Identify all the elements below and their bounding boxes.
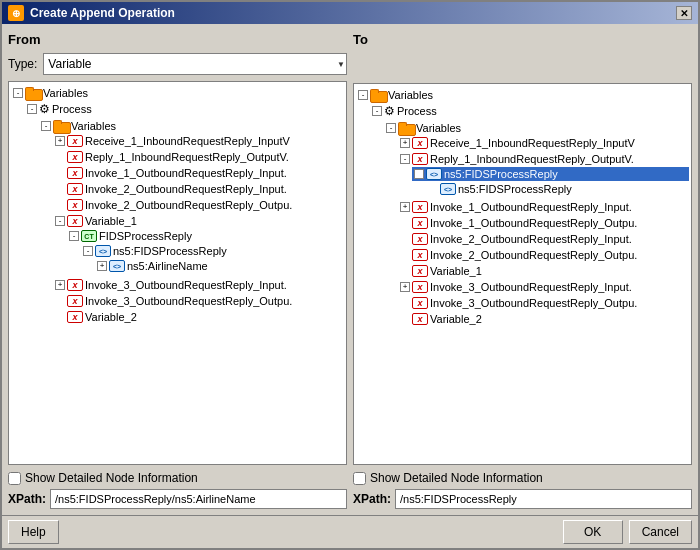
expand-btn[interactable]: - [27,104,37,114]
expand-btn[interactable]: + [55,280,65,290]
to-spacer [353,53,692,79]
expand-placeholder [400,314,410,324]
complex-icon: CT [81,230,97,242]
node-label: Variables [388,89,433,101]
expand-btn[interactable]: - [372,106,382,116]
close-button[interactable]: ✕ [676,6,692,20]
to-invoke1-out[interactable]: x Invoke_1_OutboundRequestReply_Outpu. [398,216,689,230]
type-select-wrapper[interactable]: Variable ▼ [43,53,347,75]
node-label: Receive_1_InboundRequestReply_InputV [430,137,635,149]
from-xpath-row: XPath: [8,489,347,509]
var-icon: x [412,137,428,149]
expand-btn[interactable]: - [69,231,79,241]
from-detail-row: Show Detailed Node Information [8,471,347,485]
from-variables-root[interactable]: - Variables [11,85,344,100]
expand-btn[interactable]: - [386,123,396,133]
to-process-node[interactable]: - ⚙ Process [370,103,689,119]
from-detail-checkbox[interactable] [8,472,21,485]
var-icon: x [412,281,428,293]
to-variables-folder[interactable]: - Variables [384,120,689,135]
type-select[interactable]: Variable [43,53,347,75]
var-icon: x [412,217,428,229]
to-variable2[interactable]: x Variable_2 [398,312,689,326]
to-variable1[interactable]: x Variable_1 [398,264,689,278]
to-fids-process-reply-selected[interactable]: - <> ns5:FIDSProcessReply [412,167,689,181]
process-icon: ⚙ [384,104,395,118]
cancel-button[interactable]: Cancel [629,520,692,544]
node-label: Invoke_2_OutboundRequestReply_Outpu. [85,199,292,211]
to-xpath-input[interactable] [395,489,692,509]
from-fids-process-reply[interactable]: - CT FIDSProcessReply [67,229,344,243]
expand-btn[interactable]: - [41,121,51,131]
expand-btn[interactable]: + [400,282,410,292]
to-invoke1-in[interactable]: + x Invoke_1_OutboundRequestReply_Input. [398,200,689,214]
from-tree[interactable]: - Variables - ⚙ Process [8,81,347,465]
expand-btn[interactable]: - [400,154,410,164]
dialog-icon: ⊕ [8,5,24,21]
to-detail-row: Show Detailed Node Information [353,471,692,485]
expand-btn[interactable]: + [400,202,410,212]
to-detail-checkbox[interactable] [353,472,366,485]
var-icon: x [67,279,83,291]
tree-node: x Invoke_3_OutboundRequestReply_Outpu. [398,295,689,311]
to-xpath-row: XPath: [353,489,692,509]
tree-children: - ⚙ Process - [370,102,689,329]
to-invoke2-out[interactable]: x Invoke_2_OutboundRequestReply_Outpu. [398,248,689,262]
expand-btn[interactable]: + [97,261,107,271]
to-tree[interactable]: - Variables - ⚙ Process [353,83,692,465]
expand-btn[interactable]: - [13,88,23,98]
node-label: Invoke_3_OutboundRequestReply_Input. [85,279,287,291]
expand-btn[interactable]: + [400,138,410,148]
node-label: Variables [43,87,88,99]
expand-placeholder [55,296,65,306]
from-process-node[interactable]: - ⚙ Process [25,101,344,117]
to-detail-label: Show Detailed Node Information [370,471,543,485]
expand-btn[interactable]: + [55,136,65,146]
to-invoke3-in[interactable]: + x Invoke_3_OutboundRequestReply_Input. [398,280,689,294]
elem-icon: <> [440,183,456,195]
help-button[interactable]: Help [8,520,59,544]
expand-btn[interactable]: - [83,246,93,256]
expand-btn[interactable]: - [414,169,424,179]
tree-node: + x Invoke_3_OutboundRequestReply_Input. [53,277,344,293]
from-header: From [8,30,347,49]
expand-placeholder [400,234,410,244]
ok-button[interactable]: OK [563,520,623,544]
tree-node: + x Invoke_3_OutboundRequestReply_Input. [398,279,689,295]
from-xpath-label: XPath: [8,492,46,506]
tree-children: - Variables + [384,119,689,328]
to-reply1[interactable]: - x Reply_1_InboundRequestReply_OutputV. [398,152,689,166]
expand-placeholder [55,200,65,210]
from-xpath-input[interactable] [50,489,347,509]
from-invoke2-in[interactable]: x Invoke_2_OutboundRequestReply_Input. [53,182,344,196]
from-receive1[interactable]: + x Receive_1_InboundRequestReply_InputV [53,134,344,148]
from-variable1[interactable]: - x Variable_1 [53,214,344,228]
to-variables-root[interactable]: - Variables [356,87,689,102]
expand-btn[interactable]: - [55,216,65,226]
from-reply1[interactable]: x Reply_1_InboundRequestReply_OutputV. [53,150,344,164]
from-invoke3-out[interactable]: x Invoke_3_OutboundRequestReply_Outpu. [53,294,344,308]
node-label: FIDSProcessReply [99,230,192,242]
to-ns5-fids-child[interactable]: <> ns5:FIDSProcessReply [426,182,689,196]
tree-node: <> ns5:FIDSProcessReply [426,181,689,197]
to-invoke2-in[interactable]: x Invoke_2_OutboundRequestReply_Input. [398,232,689,246]
tree-node: - x Reply_1_InboundRequestReply_OutputV. [398,151,689,199]
tree-node: - x Variable_1 [53,213,344,277]
to-invoke3-out[interactable]: x Invoke_3_OutboundRequestReply_Outpu. [398,296,689,310]
to-receive1[interactable]: + x Receive_1_InboundRequestReply_InputV [398,136,689,150]
expand-placeholder [400,250,410,260]
to-header: To [353,30,692,49]
folder-icon [370,88,386,101]
node-label: Reply_1_InboundRequestReply_OutputV. [85,151,289,163]
from-variable2[interactable]: x Variable_2 [53,310,344,324]
node-label: Receive_1_InboundRequestReply_InputV [85,135,290,147]
from-ns5-fids[interactable]: - <> ns5:FIDSProcessReply [81,244,344,258]
tree-node: - Variables - ⚙ Process [11,84,344,328]
from-invoke1[interactable]: x Invoke_1_OutboundRequestReply_Input. [53,166,344,180]
from-variables-folder[interactable]: - Variables [39,118,344,133]
from-invoke3-in[interactable]: + x Invoke_3_OutboundRequestReply_Input. [53,278,344,292]
from-invoke2-out[interactable]: x Invoke_2_OutboundRequestReply_Outpu. [53,198,344,212]
expand-btn[interactable]: - [358,90,368,100]
from-airline-name[interactable]: + <> ns5:AirlineName [95,259,344,273]
node-label: Variables [71,120,116,132]
